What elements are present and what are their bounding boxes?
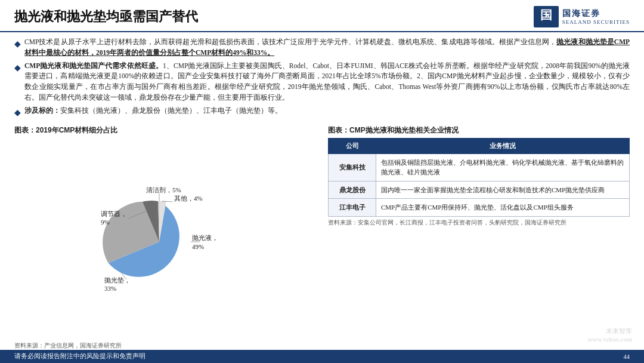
- logo-en: SEALAND SECURITIES: [562, 19, 630, 25]
- logo-area: 国 国海证券 SEALAND SECURITIES: [534, 6, 630, 27]
- diamond-icon-2: ◆: [14, 61, 21, 75]
- chart-right-title: 图表：CMP抛光液和抛光垫相关企业情况: [328, 125, 630, 136]
- col-header-company: 公司: [329, 138, 376, 153]
- pie-chart-svg: 抛光液， 49% 抛光垫， 33% 调节器， 9% 清洁剂，5% 其他，4%: [82, 185, 249, 293]
- bullet-text-1: CMP技术是从原子水平上进行材料去除，从而获得超光滑和超低损伤表面，该技术广泛应…: [24, 37, 630, 59]
- pie-label-other: 其他，4%: [174, 195, 203, 202]
- chart-left-source: 资料来源：产业信息网，国海证券研究所: [14, 342, 316, 350]
- chart-left-title: 图表：2019年CMP材料细分占比: [14, 125, 316, 136]
- diamond-icon-3: ◆: [14, 106, 21, 119]
- logo-cn: 国海证券: [562, 8, 600, 19]
- highlight-text-1: 抛光液和抛光垫是CMP材料中最核心的材料，2019年两者的价值量分别占整个CMP…: [24, 38, 630, 56]
- pie-container: 抛光液， 49% 抛光垫， 33% 调节器， 9% 清洁剂，5% 其他，4%: [14, 138, 316, 340]
- table-cell-company-1: 鼎龙股份: [329, 181, 376, 199]
- bullet-3-label: 涉及标的：: [24, 107, 60, 114]
- table-row: 安集科技包括铜及铜阻挡层抛光液、介电材料抛光液、钨化学机械抛光液、基于氧化铈磨料…: [329, 153, 630, 181]
- bullet-item-1: ◆ CMP技术是从原子水平上进行材料去除，从而获得超光滑和超低损伤表面，该技术广…: [14, 37, 630, 59]
- bullet-text-3: 涉及标的：安集科技（抛光液）、鼎龙股份（抛光垫）、江丰电子（抛光垫）等。: [24, 106, 282, 116]
- logo-icon: 国: [534, 6, 559, 27]
- page: 抛光液和抛光垫均亟需国产替代 国 国海证券 SEALAND SECURITIES…: [0, 0, 644, 363]
- company-table: 公司 业务情况 安集科技包括铜及铜阻挡层抛光液、介电材料抛光液、钨化学机械抛光液…: [328, 138, 630, 217]
- diamond-icon-1: ◆: [14, 38, 21, 51]
- bullet-text-2: CMP抛光液和抛光垫国产代需求依然旺盛。1、CMP抛光液国际上主要被美国陶氏、R…: [24, 61, 630, 103]
- table-cell-desc-1: 国内唯一一家全面掌握抛光垫全流程核心研发和制造技术的CMP抛光垫供应商: [376, 181, 630, 199]
- pie-label-cleaner: 清洁剂，5%: [146, 186, 181, 193]
- table-cell-desc-0: 包括铜及铜阻挡层抛光液、介电材料抛光液、钨化学机械抛光液、基于氧化铈磨料的抛光液…: [376, 153, 630, 181]
- bullet-item-3: ◆ 涉及标的：安集科技（抛光液）、鼎龙股份（抛光垫）、江丰电子（抛光垫）等。: [14, 106, 630, 119]
- table-row: 江丰电子CMP产品主要有CMP用保持环、抛光垫、活化盘以及CMP组头服务: [329, 199, 630, 217]
- page-number: 44: [624, 353, 630, 360]
- page-title: 抛光液和抛光垫均亟需国产替代: [14, 8, 198, 26]
- pie-label-regulator: 调节器，: [101, 210, 127, 217]
- main-content: ◆ CMP技术是从原子水平上进行材料去除，从而获得超光滑和超低损伤表面，该技术广…: [0, 32, 644, 350]
- table-cell-company-2: 江丰电子: [329, 199, 376, 217]
- bullet-item-2: ◆ CMP抛光液和抛光垫国产代需求依然旺盛。1、CMP抛光液国际上主要被美国陶氏…: [14, 61, 630, 103]
- table-row: 鼎龙股份国内唯一一家全面掌握抛光垫全流程核心研发和制造技术的CMP抛光垫供应商: [329, 181, 630, 199]
- table-header-row: 公司 业务情况: [329, 138, 630, 153]
- chart-left: 图表：2019年CMP材料细分占比: [14, 125, 316, 350]
- bullet-2-title: CMP抛光液和抛光垫国产代需求依然旺盛。: [24, 62, 163, 69]
- charts-section: 图表：2019年CMP材料细分占比: [14, 125, 630, 350]
- chart-right: 图表：CMP抛光液和抛光垫相关企业情况 公司 业务情况 安集科技包括铜及铜阻挡层…: [328, 125, 630, 350]
- svg-text:国: 国: [540, 8, 552, 21]
- header: 抛光液和抛光垫均亟需国产替代 国 国海证券 SEALAND SECURITIES: [0, 0, 644, 32]
- table-cell-company-0: 安集科技: [329, 153, 376, 181]
- table-cell-desc-2: CMP产品主要有CMP用保持环、抛光垫、活化盘以及CMP组头服务: [376, 199, 630, 217]
- pie-label-pad: 抛光垫，: [104, 276, 131, 284]
- footer-disclaimer: 请务必阅读报告附注中的风险提示和免责声明: [14, 352, 145, 361]
- chart-right-source: 资料来源：安集公司官网，长江商报，江丰电子投资者问答，头豹研究院，国海证券研究所: [328, 219, 630, 227]
- footer: 请务必阅读报告附注中的风险提示和免责声明 44: [0, 350, 644, 363]
- pie-label-regulator-pct: 9%: [101, 219, 110, 226]
- pie-label-liquid: 抛光液，: [192, 234, 218, 241]
- bullet-section: ◆ CMP技术是从原子水平上进行材料去除，从而获得超光滑和超低损伤表面，该技术广…: [14, 37, 630, 119]
- pie-label-pad-pct: 33%: [104, 285, 116, 292]
- pie-label-liquid-pct: 49%: [192, 243, 204, 250]
- logo-text-group: 国海证券 SEALAND SECURITIES: [562, 8, 630, 25]
- col-header-desc: 业务情况: [376, 138, 630, 153]
